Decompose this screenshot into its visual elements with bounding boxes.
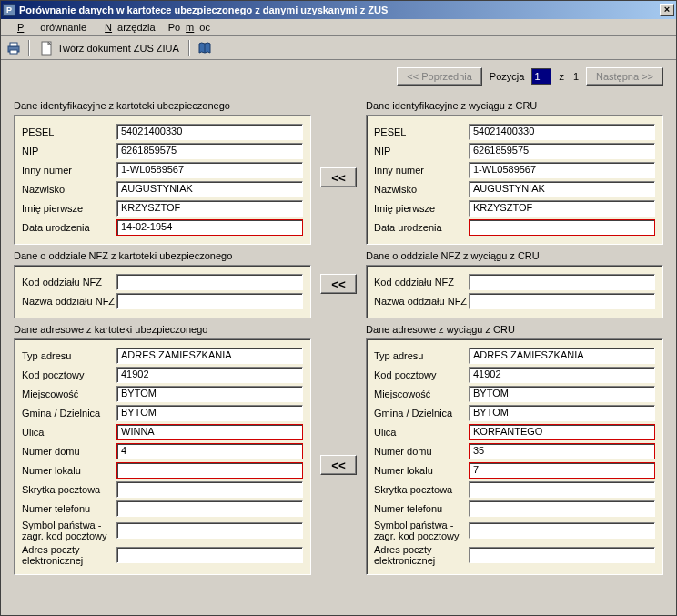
lbl-nip: NIP [22,146,116,157]
menu-pomoc[interactable]: Pomoc [163,20,216,35]
toolbar-separator [28,40,30,56]
svg-rect-1 [10,43,17,46]
field-data-ur-right[interactable] [469,219,655,236]
field-nr-domu-left[interactable]: 4 [116,443,303,459]
document-icon [39,41,54,56]
lbl-miejscowosc: Miejscowość [374,389,469,399]
menubar: Porównanie Narzędzia Pomoc [1,19,676,36]
field-data-ur-left[interactable]: 14-02-1954 [116,219,303,236]
lbl-kod-nfz: Kod oddziału NFZ [22,277,116,288]
lbl-nazwisko: Nazwisko [22,184,116,195]
svg-rect-2 [10,50,17,54]
lbl-nr-domu: Numer domu [22,446,116,457]
titlebar: P Porównanie danych w kartotece ubezpiec… [1,1,676,19]
field-skrytka-right[interactable] [469,481,655,498]
field-nazwisko-right[interactable]: AUGUSTYNIAK [469,181,655,197]
field-pesel-left[interactable]: 54021400330 [116,124,303,140]
lbl-nazwa-nfz: Nazwa oddziału NFZ [374,296,469,307]
ident-right-panel: PESEL54021400330 NIP6261859575 Inny nume… [366,115,663,245]
field-pesel-right[interactable]: 54021400330 [469,124,655,140]
nfz-left-panel: Kod oddziału NFZ Nazwa oddziału NFZ [14,265,311,318]
lbl-email: Adres poczty elektronicznej [374,544,469,566]
toolbar: Twórz dokument ZUS ZIUA [1,36,676,60]
copy-addr-button[interactable]: << [320,455,357,475]
field-telefon-right[interactable] [469,500,655,517]
window-title: Porównanie danych w kartotece ubezpieczo… [19,5,660,15]
menu-porownanie[interactable]: Porównanie [6,20,92,35]
lbl-nr-domu: Numer domu [374,446,469,457]
print-button[interactable] [5,39,23,57]
field-nip-left[interactable]: 6261859575 [116,143,303,159]
lbl-typ-adresu: Typ adresu [22,350,116,361]
field-gmina-right[interactable]: BYTOM [469,405,655,421]
field-imie-left[interactable]: KRZYSZTOF [116,200,303,217]
field-email-left[interactable] [116,547,303,563]
field-kod-poczt-right[interactable]: 41902 [469,367,655,383]
lbl-data-ur: Data urodzenia [374,222,469,233]
field-inny-numer-left[interactable]: 1-WL0589567 [116,162,303,178]
field-nazwa-nfz-right[interactable] [469,293,655,309]
addr-right-title: Dane adresowe z wyciągu z CRU [366,324,663,335]
close-button[interactable]: × [660,4,674,16]
lbl-pesel: PESEL [22,126,116,137]
field-kod-nfz-left[interactable] [116,274,303,290]
lbl-skrytka: Skrytka pocztowa [374,484,469,495]
create-doc-button[interactable]: Twórz dokument ZUS ZIUA [35,39,183,57]
field-inny-numer-right[interactable]: 1-WL0589567 [469,162,655,178]
field-telefon-left[interactable] [116,500,303,517]
field-typ-adresu-left[interactable]: ADRES ZAMIESZKANIA [116,348,303,364]
lbl-kod-nfz: Kod oddziału NFZ [374,277,469,288]
toolbar-separator [188,40,190,56]
field-miejscowosc-right[interactable]: BYTOM [469,386,655,402]
field-miejscowosc-left[interactable]: BYTOM [116,386,303,402]
ident-section: Dane identyfikacyjne z kartoteki ubezpie… [14,95,663,245]
content: << Poprzednia Pozycja z 1 Następna >> Da… [1,60,676,615]
total-label: 1 [573,71,579,82]
field-ulica-left[interactable]: WINNA [116,424,303,440]
pozycja-input[interactable] [531,68,551,85]
lbl-kod-poczt: Kod pocztowy [374,369,469,380]
nfz-left-title: Dane o oddziale NFZ z kartoteki ubezpiec… [14,250,311,261]
lbl-gmina: Gmina / Dzielnica [22,408,116,419]
pagination-row: << Poprzednia Pozycja z 1 Następna >> [14,67,663,86]
field-typ-adresu-right[interactable]: ADRES ZAMIESZKANIA [469,348,655,364]
field-email-right[interactable] [469,547,655,563]
addr-right-panel: Typ adresuADRES ZAMIESZKANIA Kod pocztow… [366,338,663,575]
lbl-ulica: Ulica [22,427,116,438]
field-skrytka-left[interactable] [116,481,303,498]
field-symbol-panstwa-right[interactable] [469,522,655,539]
field-kod-poczt-left[interactable]: 41902 [116,367,303,383]
field-nazwa-nfz-left[interactable] [116,293,303,309]
field-nr-lokalu-right[interactable]: 7 [469,462,655,479]
help-button[interactable] [196,39,214,57]
lbl-symbol-panstwa: Symbol państwa - zagr. kod pocztowy [22,520,116,541]
field-nr-domu-right[interactable]: 35 [469,443,655,459]
field-nr-lokalu-left[interactable] [116,462,303,479]
window: P Porównanie danych w kartotece ubezpiec… [0,0,677,616]
field-kod-nfz-right[interactable] [469,274,655,290]
pozycja-label: Pozycja [490,71,525,82]
field-nazwisko-left[interactable]: AUGUSTYNIAK [116,181,303,197]
field-ulica-right[interactable]: KORFANTEGO [469,424,655,440]
nfz-right-title: Dane o oddziale NFZ z wyciągu z CRU [366,250,663,261]
field-gmina-left[interactable]: BYTOM [116,405,303,421]
lbl-inny-numer: Inny numer [22,165,116,176]
field-imie-right[interactable]: KRZYSZTOF [469,200,655,217]
app-icon: P [3,4,15,16]
next-button[interactable]: Następna >> [586,67,663,86]
lbl-email: Adres poczty elektronicznej [22,544,116,566]
field-nip-right[interactable]: 6261859575 [469,143,655,159]
prev-button[interactable]: << Poprzednia [397,67,482,86]
ident-left-title: Dane identyfikacyjne z kartoteki ubezpie… [14,100,311,111]
lbl-nr-lokalu: Numer lokalu [374,465,469,476]
copy-nfz-button[interactable]: << [320,274,357,294]
lbl-kod-poczt: Kod pocztowy [22,369,116,380]
addr-left-panel: Typ adresuADRES ZAMIESZKANIA Kod pocztow… [14,338,311,575]
book-icon [197,41,212,56]
lbl-pesel: PESEL [374,126,469,137]
printer-icon [6,41,21,56]
field-symbol-panstwa-left[interactable] [116,522,303,539]
menu-narzedzia[interactable]: Narzędzia [94,20,161,35]
copy-ident-button[interactable]: << [320,167,357,187]
z-label: z [559,71,564,82]
